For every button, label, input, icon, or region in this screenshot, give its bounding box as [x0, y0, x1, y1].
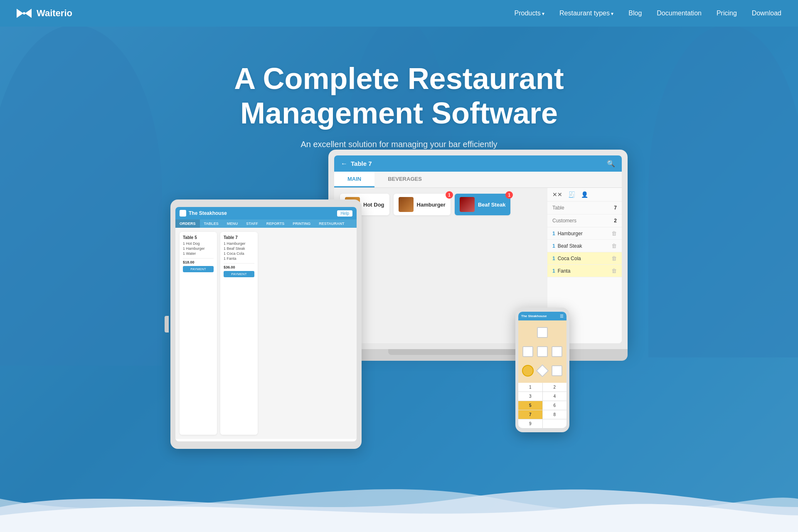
phone-numpad-7[interactable]: 7 [518, 410, 542, 419]
nav-pricing[interactable]: Pricing [717, 10, 737, 17]
svg-point-2 [23, 12, 25, 15]
menu-item-badge-burger: 1 [446, 191, 453, 199]
phone-numpad-3[interactable]: 3 [518, 392, 542, 401]
nav-documentation[interactable]: Documentation [657, 10, 702, 17]
wave-bottom [0, 466, 798, 532]
tablet-order-item-2-1: 1 Hamburger [224, 241, 254, 246]
tab-main[interactable]: MAIN [334, 172, 374, 187]
tablet-app-title: The Steakhouse [180, 210, 227, 217]
menu-item-hamburger[interactable]: Hamburger 1 [394, 194, 451, 215]
customers-value: 2 [614, 218, 617, 224]
edit-icon[interactable]: ✕✕ [552, 191, 562, 198]
order-item-qty-3: 1 [552, 256, 555, 261]
phone-table-square-3[interactable] [537, 346, 548, 357]
phone-table-area [518, 320, 566, 383]
navbar-logo[interactable]: Waiterio [17, 8, 72, 19]
nav-blog[interactable]: Blog [628, 10, 642, 17]
nav-products[interactable]: Products [515, 10, 544, 17]
menu-item-label-steak: Beaf Steak [478, 202, 505, 208]
tablet-nav-reports[interactable]: REPORTS [262, 219, 289, 228]
laptop-screen: ← Table 7 🔍 MAIN BEVERAGES [334, 155, 622, 343]
delete-icon-3[interactable]: 🗑 [611, 255, 617, 261]
receipt-icon[interactable]: 🧾 [568, 191, 575, 198]
phone-outer: The Steakhouse ☰ [515, 308, 569, 432]
tablet-order-title-1: Table 5 [183, 235, 214, 240]
phone-numpad-4[interactable]: 4 [543, 392, 567, 401]
phone-numpad-6[interactable]: 6 [543, 401, 567, 410]
tablet-nav-printing[interactable]: PRINTING [288, 219, 315, 228]
phone-table-circle[interactable] [522, 365, 534, 377]
order-item-name-2: Beaf Steak [558, 243, 611, 249]
phone-table-square-4[interactable] [552, 346, 562, 357]
tablet-help-button[interactable]: Help [337, 210, 352, 217]
nav-restaurant-types[interactable]: Restaurant types [559, 10, 613, 17]
logo-text: Waiterio [37, 8, 72, 19]
logo-icon [17, 9, 32, 18]
phone-table-diamond[interactable] [536, 364, 549, 377]
tablet-order-item-1-3: 1 Water [183, 251, 214, 256]
menu-item-steak[interactable]: Beaf Steak 1 [455, 194, 510, 215]
phone-numpad-empty [543, 419, 567, 428]
tablet-order-item-1-1: 1 Hot Dog [183, 241, 214, 246]
phone-numpad-1[interactable]: 1 [518, 383, 542, 392]
tablet-nav-menu[interactable]: MENU [223, 219, 242, 228]
tablet-orders-list: Table 5 1 Hot Dog 1 Hamburger 1 Water $1… [175, 228, 357, 439]
tablet-order-item-2-3: 1 Coca Cola [224, 251, 254, 256]
delete-icon-2[interactable]: 🗑 [611, 243, 617, 249]
phone-numpad-8[interactable]: 8 [543, 410, 567, 419]
search-icon[interactable]: 🔍 [607, 160, 615, 167]
phone-table-square-2[interactable] [522, 346, 533, 357]
app-header: ← Table 7 🔍 [334, 155, 622, 172]
order-item-name-1: Hamburger [558, 231, 611, 236]
hero-subtitle: An excellent solution for managing your … [234, 140, 564, 149]
app-body: Hot Dog Hamburger 1 Beaf Steak [334, 188, 622, 343]
menu-item-img-steak [460, 197, 475, 212]
phone-menu-icon[interactable]: ☰ [560, 314, 564, 318]
menu-item-badge-steak: 1 [505, 191, 513, 199]
order-item-steak: 1 Beaf Steak 🗑 [547, 240, 622, 252]
delete-icon-1[interactable]: 🗑 [611, 230, 617, 236]
tablet-order-item-2-2: 1 Beaf Steak [224, 246, 254, 251]
laptop-screen-outer: ← Table 7 🔍 MAIN BEVERAGES [328, 150, 628, 349]
phone-numpad-5[interactable]: 5 [518, 401, 542, 410]
tablet-payment-btn-1[interactable]: PAYMENT [183, 266, 214, 272]
order-item-fanta: 1 Fanta 🗑 [547, 265, 622, 277]
order-item-qty-1: 1 [552, 231, 555, 236]
app-header-left: ← Table 7 [341, 160, 372, 167]
customers-label: Customers [552, 218, 576, 224]
phone-app-title: The Steakhouse [521, 314, 547, 318]
tablet-device: The Steakhouse Help ORDERS TABLES MENU S… [170, 200, 362, 449]
tablet-payment-btn-2[interactable]: PAYMENT [224, 271, 254, 277]
phone-screen: The Steakhouse ☰ [518, 312, 566, 428]
phone-device: The Steakhouse ☰ [515, 308, 569, 432]
tablet-nav-restaurant[interactable]: RESTAURANT [315, 219, 348, 228]
tablet-outer: The Steakhouse Help ORDERS TABLES MENU S… [170, 200, 362, 449]
tablet-side-button [165, 316, 169, 332]
nav-download[interactable]: Download [752, 10, 781, 17]
menu-item-img-burger [399, 197, 414, 212]
tablet-nav-tables[interactable]: TABLES [200, 219, 223, 228]
hero-title: A Complete Restaurant Management Softwar… [234, 62, 564, 131]
tablet-nav: ORDERS TABLES MENU STAFF REPORTS PRINTIN… [175, 219, 357, 228]
phone-table-square-5[interactable] [552, 365, 562, 376]
order-item-hamburger: 1 Hamburger 🗑 [547, 227, 622, 240]
tablet-order-item-2-4: 1 Fanta [224, 256, 254, 261]
back-arrow-icon[interactable]: ← [341, 160, 347, 167]
navbar-nav: Products Restaurant types Blog Documenta… [515, 10, 782, 17]
tablet-app-header: The Steakhouse Help [175, 207, 357, 219]
order-item-cola: 1 Coca Cola 🗑 [547, 252, 622, 265]
tablet-order-item-1-2: 1 Hamburger [183, 246, 214, 251]
table-label: Table [552, 205, 564, 211]
tablet-nav-orders[interactable]: ORDERS [175, 219, 200, 228]
delete-icon-4[interactable]: 🗑 [611, 268, 617, 274]
phone-numpad-2[interactable]: 2 [543, 383, 567, 392]
order-item-name-3: Coca Cola [558, 256, 611, 261]
tablet-content: Table 5 1 Hot Dog 1 Hamburger 1 Water $1… [175, 228, 357, 439]
tab-beverages[interactable]: BEVERAGES [374, 172, 435, 187]
person-icon[interactable]: 👤 [581, 191, 588, 198]
phone-numpad-9[interactable]: 9 [518, 419, 542, 428]
navbar: Waiterio Products Restaurant types Blog … [0, 0, 798, 27]
phone-table-square-1[interactable] [537, 327, 548, 338]
tablet-nav-staff[interactable]: STAFF [242, 219, 262, 228]
table-value: 7 [614, 205, 617, 211]
